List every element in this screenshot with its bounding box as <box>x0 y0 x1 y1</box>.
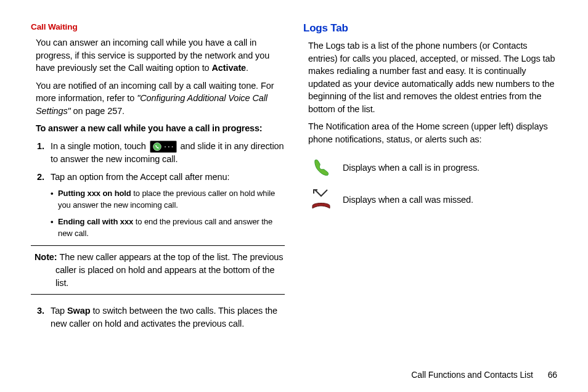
text-bold: Swap <box>67 306 90 316</box>
step-3: 3. Tap Swap to switch between the two ca… <box>51 304 285 330</box>
subheading: To answer a new call while you have a ca… <box>31 122 285 134</box>
status-row-call-missed: Displays when a call was missed. <box>303 187 557 213</box>
bullet-item: Putting xxx on hold to place the previou… <box>58 188 285 211</box>
heading-call-waiting: Call Waiting <box>31 22 285 31</box>
step-number: 3. <box>37 304 44 317</box>
step-number: 1. <box>37 140 44 153</box>
status-row-call-in-progress: Displays when a call is in progress. <box>303 155 557 181</box>
status-text: Displays when a call is in progress. <box>343 163 480 173</box>
paragraph: The Notification area of the Home screen… <box>303 120 557 145</box>
answer-call-icon: • • • <box>150 141 177 153</box>
paragraph: You are notified of an incoming call by … <box>31 80 285 118</box>
call-in-progress-icon <box>308 155 334 181</box>
page-footer: Call Functions and Contacts List 66 <box>411 370 557 380</box>
note-text: Note: The new caller appears at the top … <box>31 251 285 289</box>
note-block: Note: The new caller appears at the top … <box>31 245 285 295</box>
missed-call-icon <box>308 187 334 213</box>
bullet-item: Ending call with xxx to end the previous… <box>58 216 285 240</box>
text: Tap <box>51 306 67 316</box>
footer-section: Call Functions and Contacts List <box>411 370 533 380</box>
status-text: Displays when a call was missed. <box>343 195 473 205</box>
step-2: 2. Tap an option from the Accept call af… <box>51 171 285 184</box>
step-1: 1. In a single motion, touch • • • and s… <box>51 140 285 166</box>
text-bold: Putting xxx on hold <box>58 189 131 198</box>
text: Tap an option from the Accept call after… <box>51 172 229 182</box>
heading-logs-tab: Logs Tab <box>303 22 557 35</box>
svg-point-0 <box>153 143 161 151</box>
paragraph: The Logs tab is a list of the phone numb… <box>303 39 557 115</box>
text: The new caller appears at the top of the… <box>55 252 283 287</box>
text-bold: Ending call with xxx <box>58 217 133 226</box>
text: . <box>246 63 248 73</box>
text: In a single motion, touch <box>51 141 149 151</box>
page-number: 66 <box>548 370 557 380</box>
paragraph: You can answer an incoming call while yo… <box>31 36 285 75</box>
step-number: 2. <box>37 171 44 184</box>
text: on page 257. <box>71 106 125 116</box>
text-bold: Activate <box>211 63 246 73</box>
note-label: Note: <box>35 252 59 262</box>
